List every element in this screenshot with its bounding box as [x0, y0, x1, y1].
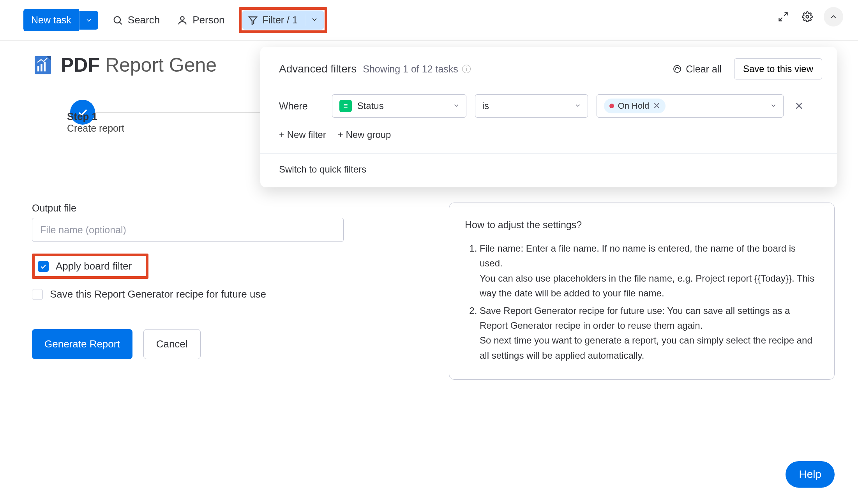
status-column-icon — [339, 100, 352, 112]
svg-line-4 — [784, 13, 787, 16]
chevron-down-icon — [311, 16, 318, 23]
check-icon — [40, 263, 47, 270]
filter-condition-row: Where Status is On Hold — [260, 83, 837, 122]
where-label: Where — [279, 100, 308, 112]
apply-board-filter-row[interactable]: Apply board filter — [38, 260, 132, 272]
chevron-up-icon — [829, 12, 838, 21]
svg-line-5 — [779, 18, 782, 21]
help-heading: How to adjust the settings? — [465, 217, 819, 233]
chevron-down-icon — [453, 100, 460, 111]
search-icon — [112, 15, 123, 26]
toolbar: New task Search Person Filter / 1 — [0, 7, 858, 33]
filter-button[interactable]: Filter / 1 — [242, 11, 324, 30]
info-icon[interactable]: i — [462, 65, 471, 73]
add-group-button[interactable]: + New group — [338, 129, 391, 140]
gear-icon — [802, 11, 813, 22]
popover-title: Advanced filters — [279, 63, 357, 75]
settings-button[interactable] — [800, 9, 815, 25]
new-task-dropdown[interactable] — [79, 11, 98, 30]
cancel-button[interactable]: Cancel — [143, 329, 201, 359]
filter-icon — [248, 15, 258, 25]
apply-board-filter-checkbox[interactable] — [38, 261, 49, 272]
switch-quick-filters-link[interactable]: Switch to quick filters — [279, 164, 366, 174]
chevron-down-icon — [574, 100, 581, 111]
svg-point-12 — [674, 65, 681, 72]
output-file-input[interactable] — [32, 218, 344, 242]
apply-board-filter-label: Apply board filter — [56, 260, 132, 272]
person-icon — [177, 15, 188, 26]
filter-highlight: Filter / 1 — [239, 7, 327, 33]
help-button[interactable]: Help — [786, 461, 835, 488]
filter-operator-select[interactable]: is — [475, 94, 588, 118]
search-button[interactable]: Search — [109, 9, 163, 31]
svg-point-6 — [806, 16, 809, 18]
chevron-down-icon — [770, 100, 777, 111]
person-label: Person — [192, 14, 224, 26]
popover-subtitle: Showing 1 of 12 tasks i — [363, 63, 471, 75]
save-recipe-label: Save this Report Generator recipe for fu… — [50, 288, 266, 300]
expand-icon — [778, 11, 789, 22]
chip-remove-icon[interactable]: ✕ — [653, 101, 660, 111]
status-dot-icon — [609, 104, 614, 108]
svg-point-0 — [114, 16, 120, 23]
svg-rect-11 — [44, 62, 46, 71]
collapse-button[interactable] — [824, 7, 843, 26]
help-item-1: File name: Enter a file name. If no name… — [480, 241, 819, 301]
svg-rect-7 — [35, 56, 51, 74]
save-recipe-row[interactable]: Save this Report Generator recipe for fu… — [32, 288, 344, 300]
generate-report-button[interactable]: Generate Report — [32, 329, 132, 359]
step-1-label: Step 1 Create report — [67, 107, 124, 134]
filter-column-value: Status — [357, 100, 384, 111]
svg-marker-3 — [249, 17, 257, 25]
chevron-down-icon — [85, 16, 93, 24]
search-label: Search — [128, 14, 160, 26]
filter-operator-value: is — [482, 100, 489, 111]
save-recipe-checkbox[interactable] — [32, 289, 43, 300]
fullscreen-button[interactable] — [775, 9, 791, 25]
remove-filter-button[interactable]: ✕ — [794, 100, 803, 113]
filter-value-select[interactable]: On Hold ✕ — [597, 94, 784, 118]
new-task-split-button: New task — [23, 9, 98, 31]
clear-all-button[interactable]: Clear all — [673, 63, 722, 75]
help-panel: How to adjust the settings? File name: E… — [449, 203, 835, 380]
filter-dropdown[interactable] — [305, 14, 318, 26]
new-task-button[interactable]: New task — [23, 9, 79, 31]
clear-icon — [673, 64, 682, 74]
report-form: Output file Apply board filter Save this… — [32, 203, 344, 380]
filter-label: Filter / 1 — [263, 14, 298, 26]
svg-rect-10 — [41, 64, 42, 72]
page-title: PDF Report Gene — [61, 54, 217, 76]
advanced-filters-popover: Advanced filters Showing 1 of 12 tasks i… — [260, 47, 837, 187]
help-item-2: Save Report Generator recipe for future … — [480, 303, 819, 363]
save-to-view-button[interactable]: Save to this view — [734, 58, 822, 79]
output-file-label: Output file — [32, 203, 344, 214]
person-button[interactable]: Person — [174, 9, 228, 31]
filter-value-chip: On Hold ✕ — [604, 99, 666, 113]
add-filter-button[interactable]: + New filter — [279, 129, 326, 140]
filter-column-select[interactable]: Status — [332, 94, 466, 118]
svg-point-2 — [181, 16, 184, 20]
apply-filter-highlight: Apply board filter — [32, 254, 148, 279]
pdf-report-icon — [32, 54, 54, 76]
svg-rect-9 — [37, 66, 39, 71]
svg-line-1 — [120, 22, 122, 24]
